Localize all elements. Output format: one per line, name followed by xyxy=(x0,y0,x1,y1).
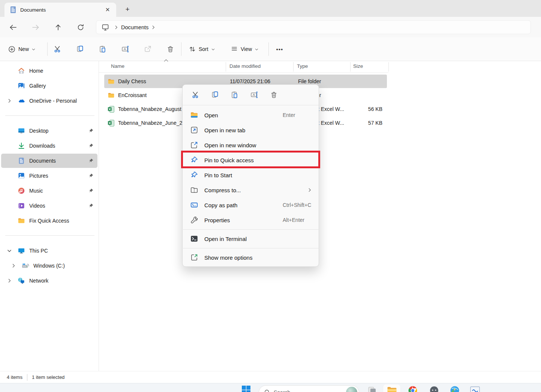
sidebar-item-videos[interactable]: Videos xyxy=(1,199,97,213)
copy-icon xyxy=(211,91,219,99)
sidebar-item-documents[interactable]: Documents xyxy=(1,154,97,168)
file-explorer-icon[interactable] xyxy=(387,386,397,392)
column-header-date-modified[interactable]: Date modified xyxy=(229,63,261,69)
copy-button[interactable] xyxy=(73,43,87,55)
delete-button[interactable] xyxy=(267,88,280,101)
up-arrow-icon xyxy=(55,24,61,31)
ellipsis-icon: ••• xyxy=(276,46,283,52)
open-in-new-tab-icon xyxy=(190,126,198,134)
folder-icon xyxy=(108,92,115,99)
sidebar-item-onedrive[interactable]: OneDrive - Personal xyxy=(1,94,97,108)
up-button[interactable] xyxy=(52,22,64,33)
pin-icon xyxy=(190,171,198,179)
status-bar: 4 items 1 item selected xyxy=(0,371,541,383)
sidebar-item-network[interactable]: Network xyxy=(1,274,97,288)
file-size: 57 KB xyxy=(352,120,382,126)
menu-item-compress-to[interactable]: Compress to... xyxy=(184,183,318,197)
menu-item-label: Properties xyxy=(204,217,230,223)
show-more-options-icon xyxy=(190,253,198,262)
sidebar-item-fix-quick-access[interactable]: Fix Quick Access xyxy=(1,214,97,228)
document-icon xyxy=(10,6,16,13)
sidebar-item-this-pc[interactable]: This PC xyxy=(1,244,97,258)
chevron-right-icon[interactable] xyxy=(6,278,13,284)
sidebar-item-pictures[interactable]: Pictures xyxy=(1,169,97,183)
more-options-button[interactable]: ••• xyxy=(272,43,287,55)
view-button[interactable]: View xyxy=(228,43,262,55)
notebook-app-icon[interactable] xyxy=(470,386,480,392)
taskbar-search-box[interactable]: Search xyxy=(259,385,359,392)
edge-browser-icon[interactable] xyxy=(450,386,460,392)
sidebar-item-desktop[interactable]: Desktop xyxy=(1,124,97,138)
pin-icon xyxy=(88,203,94,208)
github-desktop-icon[interactable] xyxy=(429,386,439,392)
tab-close-icon[interactable]: ✕ xyxy=(103,5,112,14)
excel-file-icon xyxy=(108,120,115,127)
rename-button[interactable]: A xyxy=(118,43,132,55)
menu-item-properties[interactable]: Properties Alt+Enter xyxy=(184,212,318,227)
address-bar[interactable]: Documents xyxy=(96,20,531,34)
chevron-down-icon xyxy=(31,47,36,51)
menu-item-pin-to-start[interactable]: Pin to Start xyxy=(184,168,318,183)
delete-button[interactable] xyxy=(163,43,177,55)
forward-button[interactable] xyxy=(29,22,42,33)
sidebar-item-home[interactable]: Home xyxy=(1,64,97,78)
sort-button[interactable]: Sort xyxy=(186,43,218,55)
menu-item-show-more-options[interactable]: Show more options xyxy=(184,250,318,265)
file-name: Daily Chess xyxy=(118,78,146,84)
search-placeholder: Search xyxy=(274,389,346,392)
rename-button[interactable]: A xyxy=(248,88,261,101)
new-button-label: New xyxy=(18,46,29,52)
menu-item-label: Open xyxy=(204,112,218,118)
refresh-button[interactable] xyxy=(74,22,87,33)
cut-button[interactable] xyxy=(51,43,64,55)
menu-item-open[interactable]: Open Enter xyxy=(184,108,318,123)
cut-button[interactable] xyxy=(189,88,202,101)
documents-icon xyxy=(18,157,25,165)
chrome-icon[interactable] xyxy=(408,386,418,392)
menu-item-pin-to-quick-access[interactable]: Pin to Quick access xyxy=(184,153,318,168)
chevron-right-icon[interactable] xyxy=(10,263,17,269)
chevron-right-icon[interactable] xyxy=(6,98,13,104)
new-button[interactable]: New xyxy=(5,43,39,55)
menu-item-open-in-new-window[interactable]: Open in new window xyxy=(184,138,318,153)
paste-button[interactable] xyxy=(228,88,241,101)
sidebar-item-music[interactable]: Music xyxy=(1,184,97,198)
copy-button[interactable] xyxy=(209,88,222,101)
pin-icon xyxy=(88,188,94,193)
windows-start-icon[interactable] xyxy=(242,386,250,392)
network-icon xyxy=(18,277,25,284)
item-count: 4 items xyxy=(7,374,22,380)
breadcrumb-documents[interactable]: Documents xyxy=(121,24,148,30)
back-button[interactable] xyxy=(7,22,19,33)
sidebar-item-gallery[interactable]: Gallery xyxy=(1,79,97,93)
column-header-type[interactable]: Type xyxy=(297,63,308,69)
videos-icon xyxy=(18,202,25,209)
chevron-right-icon xyxy=(114,25,119,30)
cut-icon xyxy=(54,45,61,53)
sidebar-item-windows-c[interactable]: Windows (C:) xyxy=(1,259,97,273)
svg-text:A: A xyxy=(253,93,255,97)
pin-icon xyxy=(88,128,94,133)
plus-circle-icon xyxy=(8,46,15,53)
menu-item-open-in-terminal[interactable]: Open in Terminal xyxy=(184,231,318,246)
menu-shortcut: Alt+Enter xyxy=(283,217,304,223)
menu-item-label: Open in new tab xyxy=(204,127,245,133)
copy-path-icon xyxy=(190,201,198,209)
chevron-right-icon[interactable] xyxy=(151,25,156,30)
explorer-tab-documents[interactable]: Documents ✕ xyxy=(4,3,116,17)
paste-button[interactable] xyxy=(96,43,109,55)
rename-icon: A xyxy=(250,91,258,99)
pin-icon xyxy=(88,173,94,178)
menu-item-copy-as-path[interactable]: Copy as path Ctrl+Shift+C xyxy=(184,197,318,212)
new-tab-button[interactable]: + xyxy=(122,4,133,14)
column-header-size[interactable]: Size xyxy=(353,63,363,69)
sidebar-item-label: OneDrive - Personal xyxy=(29,98,97,104)
app-icon-grey[interactable] xyxy=(367,386,377,392)
column-header-name[interactable]: Name xyxy=(111,63,124,69)
chevron-down-icon[interactable] xyxy=(6,248,13,254)
share-button[interactable] xyxy=(141,43,154,55)
menu-item-open-in-new-tab[interactable]: Open in new tab xyxy=(184,123,318,138)
tab-title: Documents xyxy=(20,7,103,13)
sort-icon xyxy=(189,46,196,52)
sidebar-item-downloads[interactable]: Downloads xyxy=(1,139,97,153)
